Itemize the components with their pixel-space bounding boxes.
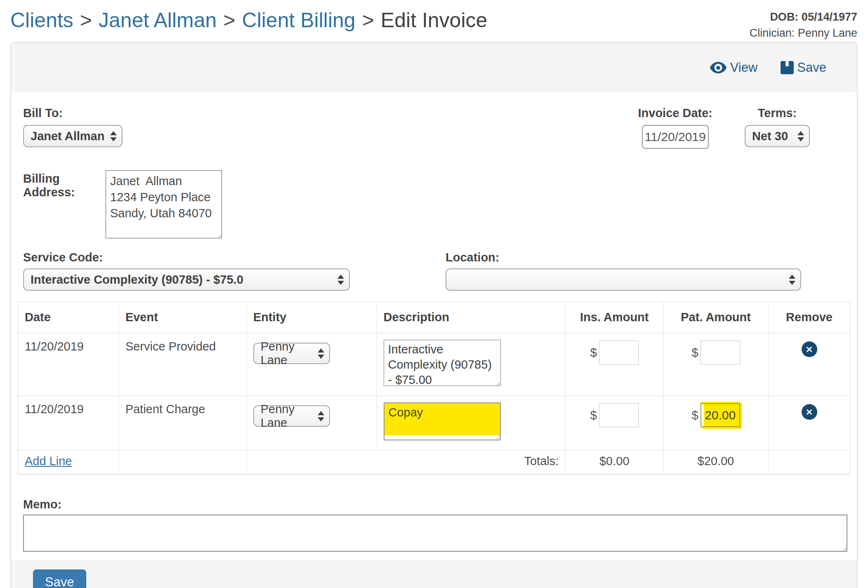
currency-symbol: $: [691, 346, 698, 360]
remove-line-icon[interactable]: ✕: [802, 341, 817, 357]
breadcrumb-separator: >: [80, 9, 92, 32]
remove-line-icon[interactable]: ✕: [802, 404, 817, 420]
invoice-date-input[interactable]: [642, 125, 709, 149]
col-header-event: Event: [118, 302, 246, 333]
billing-address-label: Billing Address:: [23, 170, 106, 238]
totals-row: Add Line Totals: $0.00 $20.00: [18, 450, 850, 475]
breadcrumb-clients-link[interactable]: Clients: [10, 9, 73, 32]
view-button[interactable]: View: [710, 60, 758, 75]
col-header-pat-amount: Pat. Amount: [663, 302, 769, 333]
breadcrumb-client-billing-link[interactable]: Client Billing: [242, 9, 356, 32]
invoice-date-label: Invoice Date:: [638, 106, 713, 120]
edit-invoice-panel: View Save Bill To: Janet Allman: [10, 42, 858, 588]
location-label: Location:: [446, 251, 801, 264]
entity-select[interactable]: Penny Lane: [253, 343, 330, 364]
pat-amount-input[interactable]: [701, 341, 740, 365]
currency-symbol: $: [590, 408, 597, 422]
col-header-ins-amount: Ins. Amount: [566, 302, 663, 333]
terms-select[interactable]: Net 30: [745, 125, 810, 147]
currency-symbol: $: [691, 408, 698, 422]
save-toolbar-button-label: Save: [797, 60, 826, 75]
ins-amount-total: $0.00: [566, 450, 663, 475]
pat-amount-input[interactable]: [701, 403, 740, 427]
ins-amount-input[interactable]: [599, 403, 639, 427]
memo-textarea[interactable]: [23, 515, 847, 552]
select-arrows-icon: [318, 411, 324, 421]
col-header-date: Date: [18, 302, 119, 333]
floppy-save-icon: [781, 61, 794, 74]
breadcrumb-separator: >: [223, 9, 235, 32]
currency-symbol: $: [590, 346, 597, 360]
select-arrows-icon: [337, 275, 344, 285]
select-arrows-icon: [318, 348, 324, 359]
entity-value: Penny Lane: [261, 402, 312, 430]
eye-icon: [710, 61, 727, 74]
table-header-row: Date Event Entity Description Ins. Amoun…: [18, 302, 850, 333]
row-event: Patient Charge: [118, 396, 246, 450]
save-toolbar-button[interactable]: Save: [781, 60, 826, 75]
invoice-line-items-table: Date Event Entity Description Ins. Amoun…: [18, 301, 850, 475]
entity-value: Penny Lane: [261, 340, 312, 367]
breadcrumb: Clients>Janet Allman>Client Billing>Edit…: [0, 0, 868, 32]
select-arrows-icon: [110, 131, 117, 141]
panel-body: Bill To: Janet Allman Invoice Date: Term…: [11, 92, 857, 552]
select-arrows-icon: [789, 275, 795, 285]
save-button[interactable]: Save: [33, 569, 86, 588]
row-date: 11/20/2019: [18, 333, 119, 396]
patient-dob: DOB: 05/14/1977: [750, 9, 857, 25]
terms-label: Terms:: [758, 106, 797, 120]
description-textarea[interactable]: Interactive Complexity (90785) - $75.00: [384, 340, 501, 386]
location-select[interactable]: [446, 268, 801, 291]
description-textarea[interactable]: Copay: [384, 402, 501, 440]
panel-toolbar: View Save: [11, 43, 857, 92]
add-line-link[interactable]: Add Line: [25, 454, 72, 468]
select-arrows-icon: [797, 131, 804, 141]
table-row: 11/20/2019 Patient Charge Penny Lane Cop…: [18, 396, 850, 450]
row-date: 11/20/2019: [18, 396, 119, 450]
view-button-label: View: [730, 60, 758, 75]
page-title: Edit Invoice: [381, 9, 487, 32]
patient-info: DOB: 05/14/1977 Clinician: Penny Lane: [750, 9, 857, 41]
breadcrumb-separator: >: [362, 9, 374, 32]
memo-label: Memo:: [23, 498, 850, 511]
bill-to-value: Janet Allman: [31, 129, 104, 143]
entity-select[interactable]: Penny Lane: [253, 405, 330, 427]
service-code-value: Interactive Complexity (90785) - $75.0: [31, 273, 243, 287]
row-event: Service Provided: [118, 333, 246, 396]
col-header-description: Description: [377, 302, 566, 333]
col-header-entity: Entity: [246, 302, 377, 333]
bill-to-select[interactable]: Janet Allman: [23, 125, 123, 147]
table-row: 11/20/2019 Service Provided Penny Lane I…: [18, 333, 850, 396]
billing-address-textarea[interactable]: Janet Allman 1234 Peyton Place Sandy, Ut…: [106, 170, 222, 238]
totals-label: Totals:: [246, 450, 566, 475]
bill-to-label: Bill To:: [23, 106, 123, 120]
breadcrumb-client-name-link[interactable]: Janet Allman: [99, 9, 217, 32]
service-code-select[interactable]: Interactive Complexity (90785) - $75.0: [23, 268, 350, 291]
terms-value: Net 30: [752, 129, 788, 143]
col-header-remove: Remove: [769, 302, 850, 333]
pat-amount-total: $20.00: [663, 450, 769, 475]
ins-amount-input[interactable]: [599, 341, 639, 365]
service-code-label: Service Code:: [23, 251, 350, 264]
patient-clinician: Clinician: Penny Lane: [750, 25, 857, 41]
panel-footer: Save: [11, 561, 857, 588]
